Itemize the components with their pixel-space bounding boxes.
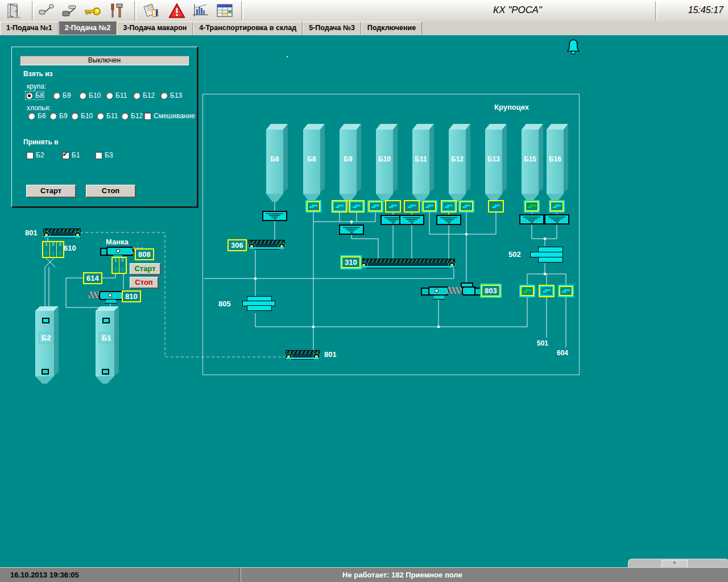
level-sensor: [436, 215, 461, 225]
radio-groats-b10[interactable]: Б10: [79, 92, 101, 99]
valve-icon-b10a[interactable]: [367, 200, 383, 213]
valve-icon-604[interactable]: [558, 285, 574, 297]
silo-b11: Б11: [412, 124, 434, 203]
conveyor-801-bottom-label: 801: [324, 350, 337, 359]
level-sensor: [519, 214, 544, 225]
alarm-bell-icon[interactable]: [565, 39, 581, 58]
cable-icon[interactable]: [36, 2, 56, 20]
radio-dot: [28, 113, 35, 120]
level-sensor: [339, 225, 364, 235]
start-button[interactable]: Старт: [26, 185, 76, 198]
stop-button[interactable]: Стоп: [86, 185, 136, 198]
radio-label: Б6: [38, 112, 46, 120]
level-sensor: [544, 214, 569, 225]
checkbox-b2[interactable]: Б2: [26, 151, 44, 159]
tab-transportirovka[interactable]: 4-Транспортировка в склад: [193, 22, 303, 35]
radio-groats-b9[interactable]: Б9: [53, 92, 71, 99]
toolbar: КХ "РОСА" 15:45:17: [0, 0, 728, 22]
valve-icon-b9b[interactable]: [349, 200, 365, 213]
valve-icon-b11b[interactable]: [421, 200, 437, 213]
exit-door-icon[interactable]: [5, 2, 24, 20]
table-icon[interactable]: [215, 2, 234, 20]
radio-flakes-b11[interactable]: Б11: [97, 112, 118, 120]
radio-dot: [160, 92, 168, 99]
radio-flakes-b10[interactable]: Б10: [71, 112, 93, 120]
mixer-805-label: 805: [218, 300, 231, 308]
valve-icon-b15-active[interactable]: [524, 200, 540, 213]
toolbar-separator: [241, 1, 243, 20]
manka-start-button[interactable]: Старт: [130, 263, 161, 275]
mixer-502-label: 502: [508, 250, 521, 259]
belt-conveyor-801-top[interactable]: [43, 228, 81, 238]
radio-dot: [49, 113, 57, 120]
radio-groats-b12[interactable]: Б12: [133, 92, 155, 99]
accept-label: Принять в: [23, 138, 59, 146]
expand-panel-button[interactable]: ^: [661, 560, 688, 568]
tab-podacha-3[interactable]: 5-Подача №3: [303, 22, 361, 35]
distributor-808[interactable]: 1↓ 2↓: [111, 257, 127, 274]
valve-icon-b12b[interactable]: [458, 200, 474, 213]
checkbox-label: Б2: [36, 151, 44, 159]
radio-groats-b8[interactable]: Б8: [26, 92, 44, 99]
tank-b2: Б2: [35, 306, 59, 384]
checkbox-mixing[interactable]: Смешивание: [144, 112, 195, 120]
tank-b1: Б1: [96, 306, 119, 384]
checkbox-b3[interactable]: Б3: [95, 151, 113, 159]
valve-icon-b11a[interactable]: [404, 200, 420, 213]
plug-icon[interactable]: [59, 2, 78, 20]
valve-icon-b12a[interactable]: [441, 200, 457, 213]
radio-dot: [53, 92, 60, 99]
manka-stop-button[interactable]: Стоп: [130, 277, 159, 289]
radio-flakes-b9[interactable]: Б9: [49, 112, 68, 120]
radio-groats-b13[interactable]: Б13: [160, 92, 182, 99]
silo-b15: Б15: [522, 124, 543, 203]
journal-icon[interactable]: [141, 2, 160, 20]
silo-b6: Б6: [266, 124, 288, 203]
valve-icon-501b[interactable]: [539, 285, 555, 297]
silo-b13: Б13: [485, 124, 507, 203]
radio-label: Б10: [89, 92, 101, 99]
radio-groats-b11[interactable]: Б11: [106, 92, 127, 99]
screw-conveyor-803[interactable]: [421, 284, 480, 301]
tab-podacha-1[interactable]: 1-Подача №1: [0, 22, 59, 35]
radio-dot: [121, 113, 129, 120]
checkbox-square: [62, 152, 69, 159]
key-icon[interactable]: [83, 2, 102, 20]
valve-icon-501-active[interactable]: [519, 285, 535, 297]
valve-icon-b13[interactable]: [488, 200, 504, 213]
radio-dot: [97, 113, 104, 120]
silo-b10: Б10: [376, 124, 398, 203]
valve-icon-b8[interactable]: [305, 200, 321, 213]
radio-label: Б12: [143, 92, 155, 99]
tools-icon[interactable]: [107, 2, 126, 20]
belt-conveyor-310[interactable]: [361, 259, 455, 268]
stray-pixel: [287, 56, 288, 57]
radio-flakes-b6[interactable]: Б6: [28, 112, 46, 120]
checkbox-label: Б1: [72, 151, 80, 159]
chart-icon[interactable]: [191, 2, 210, 20]
valve-icon-b9a[interactable]: [332, 200, 348, 213]
checkbox-b1[interactable]: Б1: [62, 151, 80, 159]
flakes-label: хлопья:: [27, 104, 51, 112]
tab-podacha-makaron[interactable]: 3-Подача макарон: [117, 22, 193, 35]
belt-conveyor-801-bottom[interactable]: [286, 350, 320, 360]
distributor-610[interactable]: 1↓ 2↓ 3↓: [42, 241, 64, 258]
checkbox-square: [26, 152, 34, 159]
status-datetime: 16.10.2013 19:36:05: [10, 571, 79, 579]
toolbar-separator: [32, 1, 34, 20]
level-sensor: [262, 211, 287, 221]
line-604-label: 604: [557, 349, 568, 357]
clock: 15:45:17: [660, 5, 723, 15]
tab-podkluchenie[interactable]: Подключение: [361, 22, 422, 35]
screw-803-label: 803: [481, 285, 500, 297]
tab-podacha-2[interactable]: 2-Подача №2: [59, 22, 117, 35]
radio-flakes-b12[interactable]: Б12: [121, 112, 143, 120]
valve-icon-b16[interactable]: [549, 200, 565, 213]
alarm-panel-handle: ^: [628, 559, 728, 568]
alarm-triangle-icon[interactable]: [167, 2, 187, 20]
conveyor-310-label: 310: [341, 256, 361, 268]
silo-b9: Б9: [340, 124, 361, 203]
valve-icon-b10b[interactable]: [385, 200, 401, 213]
belt-conveyor-306[interactable]: [249, 240, 285, 250]
radio-label: Б11: [106, 112, 118, 120]
